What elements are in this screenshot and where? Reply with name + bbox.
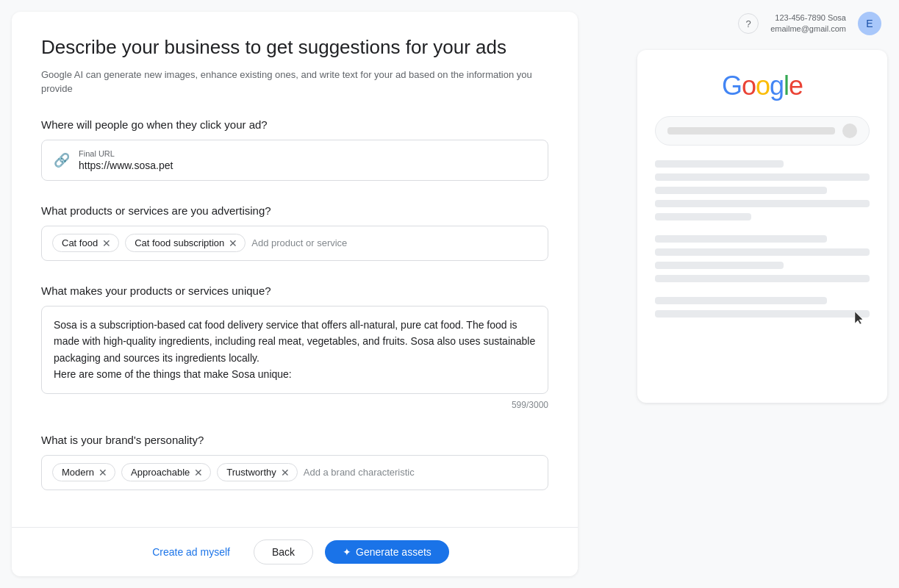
google-preview-card: Google	[637, 50, 887, 403]
tag-modern-label: Modern	[62, 467, 94, 478]
generate-assets-label: Generate assets	[356, 546, 431, 558]
result-line-10	[655, 297, 827, 304]
preview-footer	[655, 297, 870, 318]
link-icon: 🔗	[54, 152, 70, 168]
remove-cat-food-button[interactable]: ✕	[102, 238, 111, 248]
remove-approachable-button[interactable]: ✕	[194, 467, 203, 478]
add-product-placeholder[interactable]: Add product or service	[251, 237, 347, 248]
add-brand-characteristic-placeholder[interactable]: Add a brand characteristic	[304, 467, 415, 478]
top-nav: ? 123-456-7890 Sosa emailme@gmail.com E	[738, 12, 887, 35]
result-line-3	[655, 187, 827, 194]
remove-modern-button[interactable]: ✕	[99, 467, 107, 478]
result-block-2	[655, 235, 870, 282]
url-value: https://www.sosa.pet	[79, 159, 173, 171]
search-dot-decoration	[842, 123, 857, 138]
bottom-bar: Create ad myself Back ✦ Generate assets	[12, 527, 578, 576]
tag-cat-food-subscription: Cat food subscription ✕	[125, 234, 246, 252]
page-subtitle: Google AI can generate new images, enhan…	[41, 68, 548, 96]
google-logo-g: G	[722, 71, 742, 101]
google-logo-o2: o	[756, 71, 770, 101]
tag-cat-food-subscription-label: Cat food subscription	[135, 237, 224, 248]
unique-textarea[interactable]: Sosa is a subscription-based cat food de…	[41, 306, 548, 394]
right-panel: ? 123-456-7890 Sosa emailme@gmail.com E …	[590, 0, 899, 588]
result-line-4	[655, 200, 870, 207]
tag-approachable: Approachable ✕	[121, 463, 211, 481]
products-section: What products or services are you advert…	[41, 204, 548, 261]
unique-section-label: What makes your products or services uni…	[41, 284, 548, 297]
products-tags-field[interactable]: Cat food ✕ Cat food subscription ✕ Add p…	[41, 226, 548, 261]
remove-cat-food-subscription-button[interactable]: ✕	[229, 238, 237, 248]
unique-section: What makes your products or services uni…	[41, 284, 548, 410]
create-ad-myself-button[interactable]: Create ad myself	[140, 540, 242, 564]
remove-trustworthy-button[interactable]: ✕	[281, 467, 290, 478]
search-bar-mock	[655, 116, 870, 146]
result-line-9	[655, 275, 870, 282]
tag-trustworthy-label: Trustworthy	[226, 467, 276, 478]
page-title: Describe your business to get suggestion…	[41, 35, 548, 60]
generate-assets-button[interactable]: ✦ Generate assets	[325, 540, 449, 564]
main-form-panel: Describe your business to get suggestion…	[12, 12, 578, 576]
result-line-2	[655, 173, 870, 181]
back-button[interactable]: Back	[254, 539, 313, 564]
google-logo-e: e	[789, 71, 803, 101]
search-line-decoration	[667, 127, 835, 135]
result-line-5	[655, 213, 751, 220]
tag-cat-food: Cat food ✕	[52, 234, 119, 252]
avatar-initial: E	[866, 18, 873, 29]
google-logo-l: l	[784, 71, 789, 101]
svg-marker-0	[855, 312, 862, 324]
personality-section: What is your brand's personality? Modern…	[41, 434, 548, 490]
tag-modern: Modern ✕	[52, 463, 115, 481]
url-field-label: Final URL	[79, 149, 173, 158]
question-mark-icon: ?	[746, 18, 751, 29]
char-count: 599/3000	[41, 400, 548, 410]
result-block-1	[655, 160, 870, 220]
cursor-icon	[853, 310, 862, 325]
avatar[interactable]: E	[858, 12, 881, 35]
tag-cat-food-label: Cat food	[62, 237, 98, 248]
url-section: Where will people go when they click you…	[41, 118, 548, 181]
personality-section-label: What is your brand's personality?	[41, 434, 548, 446]
products-section-label: What products or services are you advert…	[41, 204, 548, 217]
tag-trustworthy: Trustworthy ✕	[217, 463, 297, 481]
result-line-7	[655, 248, 870, 256]
user-phone: 123-456-7890 Sosa	[775, 12, 846, 24]
tag-approachable-label: Approachable	[131, 467, 190, 478]
help-button[interactable]: ?	[738, 13, 759, 34]
result-line-6	[655, 235, 827, 243]
url-field[interactable]: 🔗 Final URL https://www.sosa.pet	[41, 140, 548, 181]
google-logo: Google	[655, 71, 870, 101]
google-logo-g2: g	[770, 71, 784, 101]
result-line-1	[655, 160, 784, 168]
user-email: emailme@gmail.com	[770, 24, 846, 35]
result-line-11	[655, 310, 870, 318]
personality-tags-field[interactable]: Modern ✕ Approachable ✕ Trustworthy ✕ Ad…	[41, 455, 548, 490]
user-info: 123-456-7890 Sosa emailme@gmail.com	[770, 12, 846, 35]
url-section-label: Where will people go when they click you…	[41, 118, 548, 131]
generate-icon: ✦	[343, 546, 351, 558]
result-line-8	[655, 262, 784, 269]
google-logo-o1: o	[742, 71, 756, 101]
